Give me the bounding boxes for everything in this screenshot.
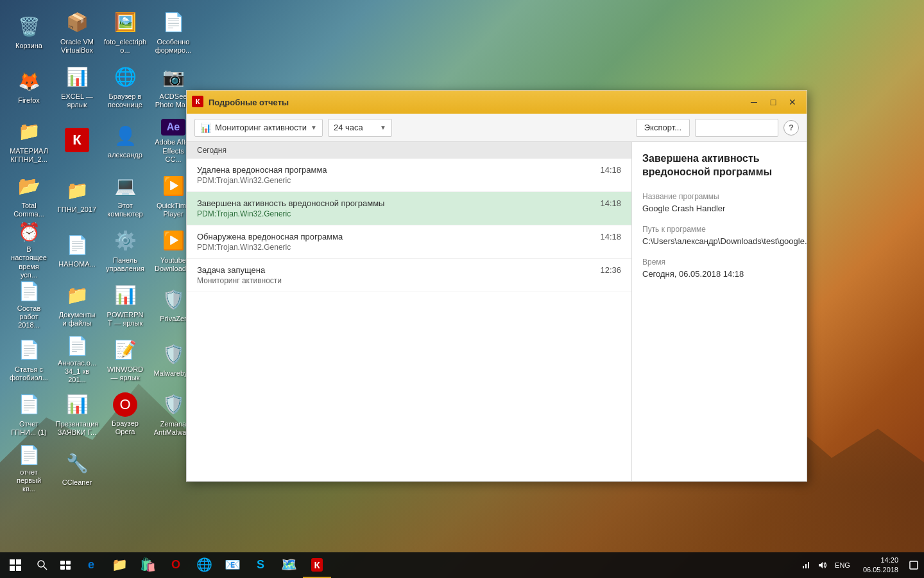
user-icon: 👤 [112,123,138,148]
maximize-button[interactable]: □ [764,93,782,111]
taskbar-app-mail[interactable]: 📧 [218,552,246,578]
detail-panel: Завершена активность вредоносной програм… [632,142,807,481]
event-subtitle-3: PDM:Trojan.Win32.Generic [197,243,592,252]
opera-icon: O [113,392,137,417]
desktop-icon-otchet2[interactable]: 📄 отчет первый кв... [6,443,51,495]
ae-icon: Ae [161,119,185,136]
desktop-icon-prezentaciya[interactable]: 📊 Презентация ЗАЯВКИ Г... [55,389,99,440]
icon-label: Корзина [15,42,42,50]
event-time-4: 12:36 [600,265,621,275]
desktop-icon-computer[interactable]: 💻 Этот компьютер [103,170,148,222]
lang-indicator[interactable]: ENG [832,560,853,570]
task-view-button[interactable] [54,552,77,578]
main-window: К Подробные отчеты ─ □ ✕ 📊 Мониторинг ак… [186,90,807,482]
event-content-1: Удалена вредоносная программа PDM:Trojan… [197,165,592,185]
trash-icon: 🗑️ [16,13,42,39]
svg-rect-14 [910,561,918,569]
notification-button[interactable] [903,552,924,578]
desktop-icon-aleksandr[interactable]: 👤 александр [103,116,148,167]
desktop-icon-sostav[interactable]: 📄 Состав работ 2018... [6,279,51,331]
kaspersky-desktop-icon: К [65,128,89,152]
icon-label: Особенно формиро... [154,38,193,55]
taskbar-app-store[interactable]: 🛍️ [133,552,162,578]
event-item-2[interactable]: Завершена активность вредоносной програм… [187,192,631,225]
minimize-button[interactable]: ─ [745,93,763,111]
desktop-icon-browser[interactable]: 🌐 Браузер в песочнице [103,61,148,112]
icon-label: POWERPNT — ярлык [105,311,145,328]
icon-label: Oracle VM VirtualBox [58,38,96,55]
desktop-icon-panel[interactable]: ⚙️ Панель управления [103,225,148,276]
taskbar-app-unknown1[interactable]: 🌐 [190,552,218,578]
time-dropdown[interactable]: 24 часа ▼ [328,119,392,137]
detail-title: Завершена активность вредоносной програм… [642,152,796,179]
time-arrow-icon: ▼ [380,124,386,131]
desktop-icon-doc1[interactable]: 📄 Особенно формиро... [151,6,196,58]
date-header: Сегодня [187,142,631,159]
taskbar-clock[interactable]: 14:20 06.05.2018 [858,556,903,575]
search-box [695,119,778,137]
desktop-icon-material[interactable]: 📁 МАТЕРИАЛ КГПНИ_2... [6,116,51,167]
taskbar-app-kaspersky[interactable]: К [303,552,331,578]
svg-rect-11 [805,564,807,568]
panel-icon: ⚙️ [112,228,138,254]
event-item-1[interactable]: Удалена вредоносная программа PDM:Trojan… [187,159,631,192]
help-button[interactable]: ? [783,120,799,136]
desktop-icon-firefox[interactable]: 🦊 Firefox [6,61,51,112]
volume-icon[interactable] [816,560,830,570]
desktop-icon-nastoyashee[interactable]: ⏰ В настоящее время усп... [6,225,51,276]
otchet-icon: 📄 [16,392,42,417]
svg-rect-8 [60,566,65,570]
event-title-1: Удалена вредоносная программа [197,165,592,175]
event-subtitle-1: PDM:Trojan.Win32.Generic [197,176,592,185]
event-item-4[interactable]: Задача запущена Мониторинг активности 12… [187,259,631,292]
svg-rect-2 [10,566,15,571]
edge-icon: e [88,558,94,572]
time-label: 24 часа [334,123,376,132]
annotat-icon: 📄 [64,335,90,356]
close-button[interactable]: ✕ [783,93,801,111]
taskbar-app-edge[interactable]: e [77,552,105,578]
detail-field-value-path: C:\Users\александр\Downloads\test\google… [642,236,796,247]
desktop-icon-ccleaner[interactable]: 🔧 CCleaner [55,443,99,495]
desktop-icon-foto[interactable]: 🖼️ foto_electripho... [103,6,148,58]
start-button[interactable] [0,552,31,578]
event-time-1: 14:18 [600,165,621,175]
desktop-icon-statya[interactable]: 📄 Статья с фотобиол... [6,334,51,385]
desktop-icon-otchet[interactable]: 📄 Отчет ГПНИ... (1) [6,389,51,440]
desktop-icon-annotat[interactable]: 📄 Аннотаc.о... 34_1 кв 201... [55,334,99,385]
taskbar-app-maps[interactable]: 🗺️ [275,552,303,578]
desktop-icon-kaspersky-desktop[interactable]: К [55,116,99,167]
toolbar: 📊 Мониторинг активности ▼ 24 часа ▼ Эксп… [187,114,807,142]
desktop-icon-opera[interactable]: O Браузер Opera [103,389,148,440]
svg-rect-12 [808,562,809,568]
taskbar-app-explorer[interactable]: 📁 [105,552,133,578]
taskbar-app-opera[interactable]: O [162,552,190,578]
explorer-icon: 📁 [112,557,128,572]
search-button[interactable] [31,552,54,578]
network-icon[interactable] [799,559,813,571]
icon-label: александр [108,151,142,159]
svg-rect-0 [10,559,15,565]
desktop-icon-gkpni[interactable]: 📁 ГПНИ_2017 [55,170,99,222]
export-button[interactable]: Экспорт... [636,119,690,137]
desktop-icon-oracle[interactable]: 📦 Oracle VM VirtualBox [55,6,99,58]
svg-rect-1 [16,559,21,565]
event-title-4: Задача запущена [197,265,592,275]
firefox-icon: 🦊 [16,68,42,94]
event-item-3[interactable]: Обнаружена вредоносная программа PDM:Tro… [187,225,631,259]
search-input[interactable] [701,123,765,132]
window-icon: К [192,96,205,109]
desktop-icon-nanoma[interactable]: 📄 НАНОМА... [55,225,99,276]
store-icon: 🛍️ [140,557,156,572]
event-time-3: 14:18 [600,232,621,241]
winword-icon: 📝 [112,337,138,363]
monitor-dropdown[interactable]: 📊 Мониторинг активности ▼ [194,119,323,137]
desktop-icon-powerpnt[interactable]: 📊 POWERPNT — ярлык [103,279,148,331]
desktop-icon-tc[interactable]: 📂 Total Comma... [6,170,51,222]
desktop-icon-docs[interactable]: 📁 Документы и файлы [55,279,99,331]
taskbar-app-skype[interactable]: S [246,552,275,578]
desktop-icon-trash[interactable]: 🗑️ Корзина [6,6,51,58]
event-time-2: 14:18 [600,198,621,208]
desktop-icon-excel[interactable]: 📊 EXCEL — ярлык [55,61,99,112]
desktop-icon-winword[interactable]: 📝 WINWORD — ярлык [103,334,148,385]
